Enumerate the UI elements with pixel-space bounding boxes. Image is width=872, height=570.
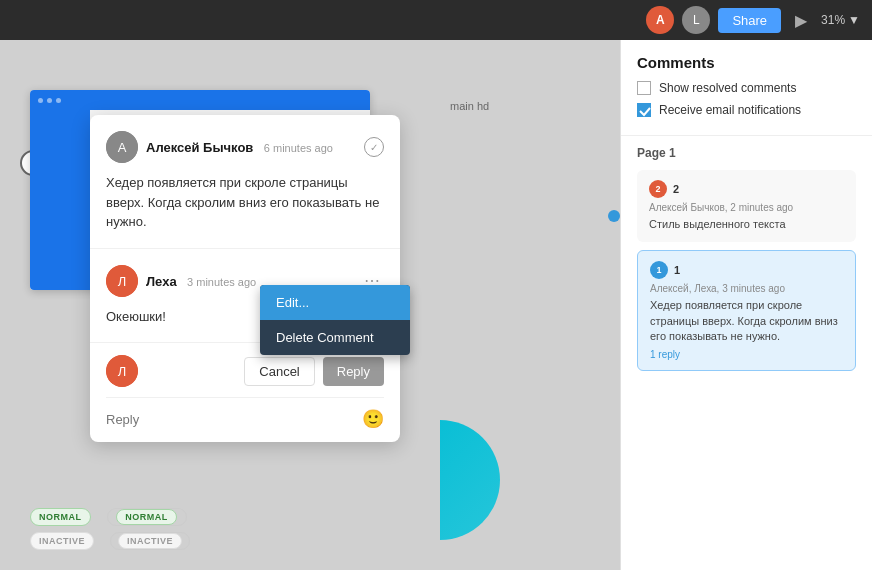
sc-reply-link-2[interactable]: 1 reply [650, 349, 843, 360]
comment-author-info-1: Алексей Бычков 6 minutes ago [146, 138, 356, 156]
sc-text-2: Хедер появляется при скроле страницы вве… [650, 298, 843, 344]
badge-normal-1: NORMAL [30, 508, 91, 526]
sc-dot-blue: 1 [650, 261, 668, 279]
svg-text:А: А [118, 140, 127, 155]
badge-inactive-1: INACTIVE [30, 532, 94, 550]
page-1-label: Page 1 [637, 146, 856, 160]
context-menu: Edit... Delete Comment [260, 285, 410, 355]
email-notif-row: Receive email notifications [637, 103, 856, 117]
topbar: A L Share ▶ 31% ▼ [0, 0, 872, 40]
show-resolved-row: Show resolved comments [637, 81, 856, 95]
reply-button[interactable]: Reply [323, 357, 384, 386]
comment-modal: А Алексей Бычков 6 minutes ago ✓ Хедер п… [90, 115, 400, 442]
reply-input[interactable] [106, 412, 362, 427]
reply-avatar: Л [106, 355, 138, 387]
badge-container: NORMAL NORMAL INACTIVE INACTIVE [30, 508, 190, 550]
context-menu-delete[interactable]: Delete Comment [260, 320, 410, 355]
email-notif-checkbox[interactable] [637, 103, 651, 117]
sc-meta-2: Алексей, Леха, 3 minutes ago [650, 283, 843, 294]
sc-dot-red: 2 [649, 180, 667, 198]
canvas-dot-blue [608, 210, 620, 222]
comment-author-name-1: Алексей Бычков [146, 140, 253, 155]
comment-item-2: Л Леха 3 minutes ago ⋯ Океюшки! Edit... … [90, 249, 400, 344]
reply-area: Л Cancel Reply 🙂 [90, 343, 400, 442]
comment-avatar-aleksey: А [106, 131, 138, 163]
sidebar-comment-1[interactable]: 2 2 Алексей Бычков, 2 minutes ago Стиль … [637, 170, 856, 242]
svg-text:Л: Л [118, 274, 127, 289]
comments-page-section: Page 1 2 2 Алексей Бычков, 2 minutes ago… [621, 136, 872, 570]
email-notif-label: Receive email notifications [659, 103, 801, 117]
right-panel: Comments Show resolved comments Receive … [620, 40, 872, 570]
sc-text-1: Стиль выделенного текста [649, 217, 844, 232]
emoji-button[interactable]: 🙂 [362, 408, 384, 430]
zoom-level: 31% ▼ [821, 13, 860, 27]
comment-text-1: Хедер появляется при скроле страницы вве… [106, 173, 384, 232]
badge-normal-2: NORMAL [116, 509, 177, 525]
show-resolved-label: Show resolved comments [659, 81, 796, 95]
context-menu-edit[interactable]: Edit... [260, 285, 410, 320]
comment-avatar-lekha: Л [106, 265, 138, 297]
comment-time-2: 3 minutes ago [187, 276, 256, 288]
canvas-area: main hd 1 NORMAL NORMAL [0, 40, 620, 570]
user-avatar-1[interactable]: A [646, 6, 674, 34]
sidebar-comment-2[interactable]: 1 1 Алексей, Леха, 3 minutes ago Хедер п… [637, 250, 856, 370]
cancel-button[interactable]: Cancel [244, 357, 314, 386]
comment-author-name-2: Леха [146, 274, 177, 289]
sc-count-2: 1 [674, 264, 680, 276]
show-resolved-checkbox[interactable] [637, 81, 651, 95]
resolve-button-1[interactable]: ✓ [364, 137, 384, 157]
play-button[interactable]: ▶ [789, 8, 813, 32]
share-button[interactable]: Share [718, 8, 781, 33]
sc-count-1: 2 [673, 183, 679, 195]
main-hd-label: main hd [450, 100, 489, 112]
right-panel-header: Comments Show resolved comments Receive … [621, 40, 872, 136]
badge-inactive-2: INACTIVE [118, 533, 182, 549]
user-avatar-2[interactable]: L [682, 6, 710, 34]
comment-item-1: А Алексей Бычков 6 minutes ago ✓ Хедер п… [90, 115, 400, 249]
svg-text:Л: Л [118, 364, 127, 379]
comment-time-1: 6 minutes ago [264, 142, 333, 154]
comments-panel-title: Comments [637, 54, 856, 71]
sc-meta-1: Алексей Бычков, 2 minutes ago [649, 202, 844, 213]
